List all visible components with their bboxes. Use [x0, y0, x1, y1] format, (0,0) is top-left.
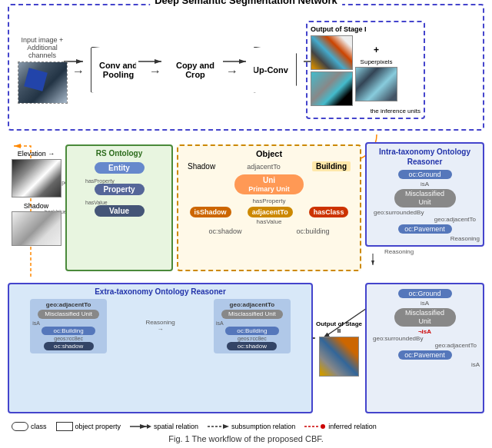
- misclassified-node: Misclassified Unit: [394, 189, 456, 207]
- geo-adjacent-bottom: geo:adjacentTo: [370, 342, 480, 349]
- elevation-label: Elevation →: [9, 150, 63, 158]
- inference-units-label: the inference units: [311, 108, 421, 114]
- output-stage2-img: [319, 337, 359, 377]
- output-images: + Superpixels: [311, 35, 421, 106]
- plus-sign: +: [374, 45, 379, 55]
- extra-flow: geo:adjacentTo Misclassified Unit isA oc…: [12, 299, 308, 353]
- shadow-label: Shadow: [9, 202, 63, 210]
- has-class-prop: hasClass: [309, 207, 349, 217]
- legend: class object property spatial relation s…: [12, 422, 480, 431]
- output-stage1-label: Output of Stage I: [311, 25, 421, 33]
- legend-subsumption-icon: [208, 422, 229, 431]
- intra-title: Intra-taxonomy Ontology Reasoner: [370, 147, 480, 167]
- extra-title: Extra-taxonomy Ontology Reasoner: [12, 287, 308, 296]
- main-container: hasProperty hasValue isA isA isA isA geo…: [0, 0, 492, 448]
- rs-ontology-title: RS Ontology: [70, 149, 168, 158]
- misclassified-bottom: Misclassified Unit: [394, 308, 456, 327]
- legend-obj-prop-label: object property: [75, 423, 121, 430]
- oc-shadow-extra: oc:shadow: [44, 342, 94, 350]
- isa-extra-left: isA: [32, 320, 105, 326]
- extra-taxonomy-box: Extra-taxonomy Ontology Reasoner geo:adj…: [8, 283, 313, 413]
- top-section: Deep Semantic Segmentation Network Input…: [8, 4, 484, 131]
- legend-inferred-label: inferred relation: [328, 423, 377, 430]
- shadow-label-obj: Shadow: [188, 162, 215, 171]
- top-title: Deep Semantic Segmentation Network: [150, 0, 342, 6]
- legend-subsumption-item: subsumption relation: [208, 422, 295, 431]
- geo-adj-right: geo:adjacentTo: [216, 301, 288, 308]
- legend-spatial-item: spatial relation: [130, 422, 198, 431]
- isa-intra1: isA: [370, 181, 480, 187]
- is-shadow-prop: isShadow: [190, 207, 231, 217]
- arrow-to-upconv: [226, 65, 241, 75]
- geo-adjacent-to1: geo:adjacentTo: [370, 216, 480, 223]
- legend-subsumption-label: subsumption relation: [231, 423, 295, 430]
- copy-crop-box: Copy and Crop: [168, 47, 223, 93]
- input-box: Input image +Additional channels: [15, 36, 69, 104]
- elevation-img: [12, 159, 62, 197]
- object-label: Object: [181, 149, 357, 158]
- legend-spatial-icon: [130, 422, 151, 431]
- adjacent-to-prop: adjacentTo: [248, 207, 293, 217]
- has-value-text: hasValue: [70, 200, 168, 205]
- copy-crop-label: Copy and Crop: [175, 61, 216, 79]
- reasoning-label-top: Reasoning: [370, 235, 480, 242]
- network-flow: Input image +Additional channels Conv an…: [12, 8, 480, 126]
- intra-bottom-nodes: oc:Ground isA Misclassified Unit ¬isA ge…: [370, 289, 480, 368]
- elevation-section: Elevation → Shadow: [9, 150, 63, 247]
- oc-row: oc:shadow oc:building: [181, 227, 357, 235]
- output-img-colorful: [311, 35, 353, 70]
- geos-rcc8ec-left: geos:rcc8ec: [32, 336, 105, 341]
- entity-node: Entity: [95, 162, 145, 174]
- oc-ground-bottom: oc:Ground: [398, 289, 452, 298]
- svg-marker-31: [223, 424, 229, 429]
- superpixels-img: [355, 67, 397, 101]
- adjacent-to-label: adjacentTo: [247, 163, 281, 171]
- oc-shadow-label: oc:shadow: [208, 227, 241, 235]
- intra-nodes: oc:Ground isA Misclassified Unit geo:sur…: [370, 170, 480, 242]
- intra-taxonomy-top: Intra-taxonomy Ontology Reasoner oc:Grou…: [365, 142, 484, 247]
- not-isa-bottom: ¬isA: [370, 328, 480, 335]
- misclass-left: Misclassified Unit: [38, 310, 99, 319]
- svg-marker-29: [147, 424, 151, 429]
- output-img-col1: [311, 35, 353, 106]
- output-stage2-section: Output of Stage II: [316, 283, 362, 413]
- shadow-img: [12, 211, 62, 246]
- legend-spatial-label: spatial relation: [154, 423, 198, 430]
- arrow-to-conv: [72, 65, 88, 75]
- property-node: Property: [95, 184, 145, 195]
- legend-class-label: class: [31, 423, 47, 430]
- misclass-right: Misclassified Unit: [221, 310, 283, 319]
- legend-class-icon: [12, 422, 28, 431]
- geo-surrounded-bottom: geo:surroundedBy: [370, 335, 480, 342]
- upconv-box: Up-Conv: [244, 47, 297, 93]
- geos-rcc8ec-right: geos:rcc8ec: [216, 336, 288, 341]
- output-img-gray: [311, 71, 353, 106]
- oc-pavement-bottom: oc:Pavement: [398, 350, 452, 360]
- ontology-nodes: Entity hasProperty Property hasValue Val…: [70, 162, 168, 217]
- uni-label: Uni: [263, 176, 275, 184]
- oc-pavement-node: oc:Pavement: [398, 224, 452, 234]
- input-image: [18, 61, 68, 104]
- conv-pooling-label: Conv and Pooling: [98, 61, 139, 79]
- oc-building-label: oc:building: [296, 227, 329, 235]
- isa-bottom2: isA: [370, 361, 480, 368]
- object-area: Object Shadow adjacentTo Building Uni Pr…: [177, 144, 361, 271]
- legend-inferred-item: inferred relation: [304, 422, 377, 431]
- oc-building-extra2: oc:Building: [225, 327, 279, 335]
- legend-obj-prop-icon: [56, 422, 73, 431]
- has-value-obj: hasValue: [181, 218, 357, 225]
- isa-extra-right: isA: [216, 320, 288, 326]
- output-stage2-label: Output of Stage II: [316, 320, 362, 334]
- property-row: isShadow adjacentTo hasClass: [181, 207, 357, 217]
- oc-building-extra: oc:Building: [42, 327, 95, 335]
- shadow-building-row: Shadow adjacentTo Building: [181, 161, 357, 171]
- oc-shadow-extra2: oc:shadow: [227, 342, 277, 350]
- conv-pooling-box: Conv and Pooling: [91, 47, 146, 93]
- legend-class-item: class: [12, 422, 47, 431]
- geo-surrounded-by1: geo:surroundedBy: [370, 209, 480, 216]
- svg-point-33: [321, 424, 325, 429]
- svg-text:Reasoning: Reasoning: [384, 248, 414, 255]
- reasoning-arrow-extra: Reasoning→: [145, 319, 175, 333]
- oc-ground-node: oc:Ground: [398, 170, 452, 179]
- extra-ontology-left: geo:adjacentTo Misclassified Unit isA oc…: [30, 299, 107, 353]
